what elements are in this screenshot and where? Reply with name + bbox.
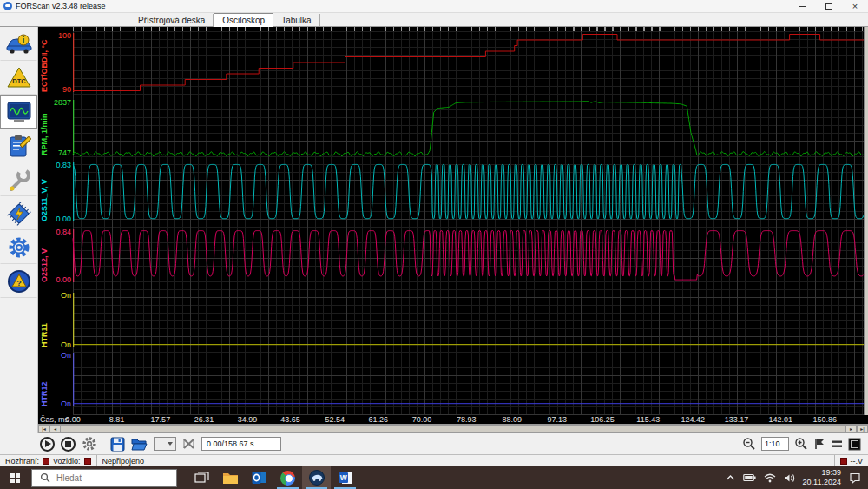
- record-settings-gear-icon[interactable]: [82, 436, 97, 452]
- window-title: FORScan v2.3.48 release: [16, 2, 106, 10]
- x-tick: 17.57: [151, 415, 171, 424]
- clock-time: 19:39: [803, 468, 841, 478]
- x-tick: 8.81: [109, 415, 125, 424]
- x-tick: 142.01: [769, 415, 793, 424]
- zoom-ratio-value: 1:10: [765, 439, 780, 448]
- scroll-right-button[interactable]: ▸: [845, 425, 857, 433]
- channel-rpm: RPM, 1/min 2837 747: [38, 100, 864, 155]
- channel-htr12-min: On: [38, 400, 71, 408]
- delete-record-icon[interactable]: [182, 438, 195, 450]
- tray-expand-chevron-icon[interactable]: [726, 474, 735, 481]
- sidebar-item-settings[interactable]: [0, 230, 37, 264]
- maximize-button[interactable]: [816, 0, 842, 13]
- svg-text:DTC: DTC: [12, 77, 26, 85]
- oscilloscope-icon: [6, 101, 32, 123]
- car-info-icon: i: [6, 33, 32, 56]
- play-button[interactable]: [40, 437, 55, 452]
- sidebar-item-programming[interactable]: [0, 196, 37, 230]
- sidebar-item-service[interactable]: [0, 162, 37, 196]
- x-tick: 88.09: [503, 415, 523, 424]
- channel-ect-min: 90: [38, 85, 71, 94]
- dropdown-arrow-icon: [168, 442, 173, 446]
- volume-icon[interactable]: [784, 473, 795, 483]
- channel-o2s11-min: 0.00: [38, 215, 71, 223]
- channel-ect-label: ECT/OBDII, °C: [40, 33, 49, 92]
- tab-dashboard[interactable]: Přístrojová deska: [130, 14, 214, 26]
- dtc-warning-icon: DTC: [6, 66, 32, 89]
- close-button[interactable]: ×: [842, 0, 868, 13]
- zoom-in-icon[interactable]: [794, 437, 808, 451]
- start-button[interactable]: [0, 466, 30, 489]
- taskbar-clock[interactable]: 19:39 20.11.2024: [803, 468, 841, 487]
- forscan-logo-icon: [3, 2, 12, 10]
- task-view-button[interactable]: [187, 466, 216, 489]
- grid-lines-icon[interactable]: [831, 439, 843, 449]
- word-button[interactable]: W: [331, 466, 359, 489]
- file-explorer-button[interactable]: [216, 466, 245, 489]
- tests-clipboard-icon: [7, 134, 31, 158]
- close-icon: ×: [852, 2, 858, 11]
- background-color-icon[interactable]: [848, 438, 861, 451]
- svg-text:?: ?: [16, 278, 22, 287]
- sidebar-item-help[interactable]: ?: [0, 264, 37, 298]
- zoom-out-icon[interactable]: [742, 437, 756, 451]
- channel-htr11-min: On: [38, 340, 71, 349]
- battery-icon[interactable]: [743, 473, 756, 482]
- task-view-icon: [194, 472, 209, 485]
- x-tick: 106.25: [590, 415, 615, 424]
- tab-table[interactable]: Tabulka: [273, 14, 319, 26]
- channel-o2s11-trace: [73, 162, 864, 221]
- forscan-taskbar-button[interactable]: [302, 466, 331, 489]
- interface-status-led: [43, 458, 49, 465]
- tab-oscilloscope[interactable]: Osciloskop: [214, 13, 273, 27]
- scroll-home-button[interactable]: |◂: [38, 425, 49, 433]
- channel-ect: ECT/OBDII, °C 100 90: [38, 33, 864, 92]
- chrome-button[interactable]: [273, 466, 302, 489]
- sidebar-item-tests[interactable]: [0, 129, 37, 162]
- channel-o2s11-label: O2S11_V, V: [40, 162, 49, 221]
- channel-ect-trace: [73, 33, 864, 92]
- channel-rpm-min: 747: [38, 149, 71, 157]
- x-tick: 61.26: [368, 415, 388, 424]
- taskbar-search[interactable]: [31, 469, 177, 487]
- channel-htr11: HTR11 On On: [38, 293, 864, 347]
- zoom-ratio-select[interactable]: 1:10: [761, 437, 789, 451]
- sidebar-item-oscilloscope[interactable]: [0, 95, 37, 129]
- channel-ect-max: 100: [38, 31, 71, 40]
- minimize-button[interactable]: [790, 0, 816, 13]
- vertical-scrollbar[interactable]: [864, 27, 868, 415]
- gear-icon: [7, 235, 31, 260]
- windows-taskbar: W 19:39: [0, 466, 868, 489]
- record-select-dropdown[interactable]: [154, 437, 176, 451]
- svg-text:i: i: [22, 36, 24, 44]
- channel-rpm-max: 2837: [38, 98, 71, 107]
- x-tick: 43.65: [280, 415, 300, 424]
- outlook-button[interactable]: [245, 466, 273, 489]
- scrollbar-thumb[interactable]: [61, 425, 845, 433]
- sidebar-item-vehicle-info[interactable]: i: [0, 27, 37, 61]
- vehicle-label: Vozidlo:: [53, 457, 81, 466]
- action-center-icon[interactable]: [849, 472, 861, 484]
- x-tick: 52.54: [325, 415, 345, 424]
- word-icon: W: [339, 471, 352, 485]
- scroll-left-button[interactable]: ◂: [49, 425, 61, 433]
- wifi-icon[interactable]: [764, 473, 776, 483]
- search-input[interactable]: [56, 473, 152, 483]
- save-icon[interactable]: [110, 437, 125, 452]
- stop-button[interactable]: [61, 437, 76, 452]
- svg-text:W: W: [339, 473, 347, 482]
- interface-label: Rozhraní:: [5, 457, 39, 466]
- time-axis: Čas, ms 0.008.8117.5726.3134.9943.6552.5…: [38, 415, 868, 424]
- minimize-icon: [799, 6, 806, 7]
- forscan-window: FORScan v2.3.48 release × Přístrojová de…: [0, 0, 868, 489]
- scroll-end-button[interactable]: ▸|: [857, 425, 868, 433]
- time-axis-label: Čas, ms: [40, 415, 69, 424]
- sidebar-item-dtc[interactable]: DTC: [0, 61, 37, 95]
- channel-htr12-max: On: [38, 351, 71, 360]
- open-file-icon[interactable]: [131, 437, 148, 451]
- horizontal-scrollbar: |◂ ◂ ▸ ▸|: [38, 424, 868, 433]
- windows-logo-icon: [10, 473, 20, 483]
- oscilloscope-plot[interactable]: ECT/OBDII, °C 100 90 RPM, 1/min 2837 747…: [38, 27, 868, 433]
- channel-rpm-trace: [73, 100, 864, 155]
- marker-flag-icon[interactable]: [813, 438, 825, 450]
